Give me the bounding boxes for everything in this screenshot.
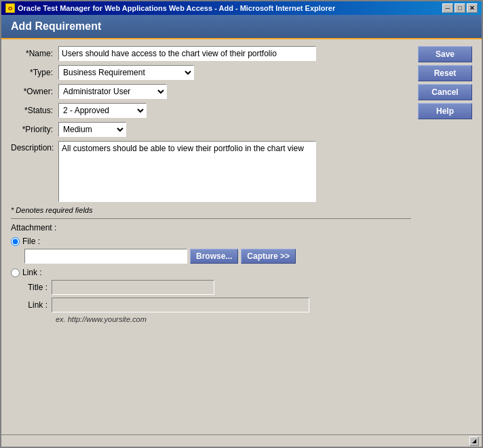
- required-note: * Denotes required fields: [11, 206, 411, 214]
- window-title: Oracle Test Manager for Web Applications…: [18, 4, 335, 12]
- capture-button[interactable]: Capture >>: [241, 249, 296, 264]
- close-button[interactable]: ✕: [467, 3, 478, 13]
- file-radio[interactable]: [11, 237, 20, 246]
- title-link-row: Title :: [24, 280, 411, 295]
- window: O Oracle Test Manager for Web Applicatio…: [0, 0, 483, 448]
- file-radio-label: File :: [22, 237, 40, 246]
- file-input-row: Browse... Capture >>: [24, 249, 411, 264]
- form-left: Name: Type: Business Requirement Functio…: [11, 46, 411, 428]
- owner-select[interactable]: Administrator User: [58, 84, 167, 99]
- name-label: Name:: [11, 49, 58, 58]
- priority-row: Priority: Low Medium High: [11, 122, 411, 137]
- page-title: Add Requirement: [11, 20, 101, 32]
- link-radio[interactable]: [11, 268, 20, 277]
- link-url-label: Link :: [24, 300, 52, 310]
- page-header: Add Requirement: [1, 15, 482, 39]
- title-link-label: Title :: [24, 283, 52, 292]
- title-link-input[interactable]: [52, 280, 214, 295]
- name-input[interactable]: [58, 46, 316, 61]
- type-select[interactable]: Business Requirement Functional Requirem…: [58, 65, 194, 80]
- status-label: Status:: [11, 106, 58, 115]
- description-label: Description:: [11, 141, 58, 152]
- priority-label: Priority:: [11, 125, 58, 134]
- file-path-input[interactable]: [24, 249, 187, 264]
- save-button[interactable]: Save: [418, 46, 472, 62]
- reset-button[interactable]: Reset: [418, 65, 472, 81]
- description-row: Description: All customers should be abl…: [11, 141, 411, 202]
- maximize-button[interactable]: □: [455, 3, 465, 13]
- type-row: Type: Business Requirement Functional Re…: [11, 65, 411, 80]
- description-textarea[interactable]: All customers should be able to view the…: [58, 141, 316, 202]
- title-bar-buttons: ─ □ ✕: [442, 3, 478, 13]
- priority-select[interactable]: Low Medium High: [58, 122, 126, 137]
- help-button[interactable]: Help: [418, 103, 472, 119]
- attachment-section: Attachment : File : Browse... Capture >>: [11, 223, 411, 323]
- type-label: Type:: [11, 68, 58, 77]
- status-select[interactable]: 1 - Draft 2 - Approved 3 - Rejected: [58, 103, 147, 118]
- link-url-row: Link :: [24, 298, 411, 312]
- form-area: Name: Type: Business Requirement Functio…: [1, 39, 482, 434]
- owner-row: Owner: Administrator User: [11, 84, 411, 99]
- title-bar: O Oracle Test Manager for Web Applicatio…: [1, 1, 482, 15]
- owner-label: Owner:: [11, 87, 58, 96]
- window-content: Add Requirement Name: Type: Business Req…: [1, 15, 482, 447]
- attachment-title: Attachment :: [11, 223, 411, 232]
- form-right: Save Reset Cancel Help: [418, 46, 472, 428]
- status-bar: ◢: [1, 434, 482, 447]
- divider: [11, 218, 411, 219]
- resize-icon: ◢: [469, 436, 479, 446]
- link-option-row: Link :: [11, 268, 411, 277]
- minimize-button[interactable]: ─: [442, 3, 453, 13]
- app-icon: O: [5, 3, 15, 13]
- status-row: Status: 1 - Draft 2 - Approved 3 - Rejec…: [11, 103, 411, 118]
- link-section: Title : Link : ex. http://www.yoursite.c…: [24, 280, 411, 323]
- link-url-input[interactable]: [52, 298, 309, 312]
- name-row: Name:: [11, 46, 411, 61]
- cancel-button[interactable]: Cancel: [418, 84, 472, 100]
- link-example: ex. http://www.yoursite.com: [56, 315, 411, 323]
- file-option-row: File :: [11, 237, 411, 246]
- title-bar-title: O Oracle Test Manager for Web Applicatio…: [5, 3, 335, 13]
- link-radio-label: Link :: [22, 268, 42, 277]
- browse-button[interactable]: Browse...: [190, 249, 238, 264]
